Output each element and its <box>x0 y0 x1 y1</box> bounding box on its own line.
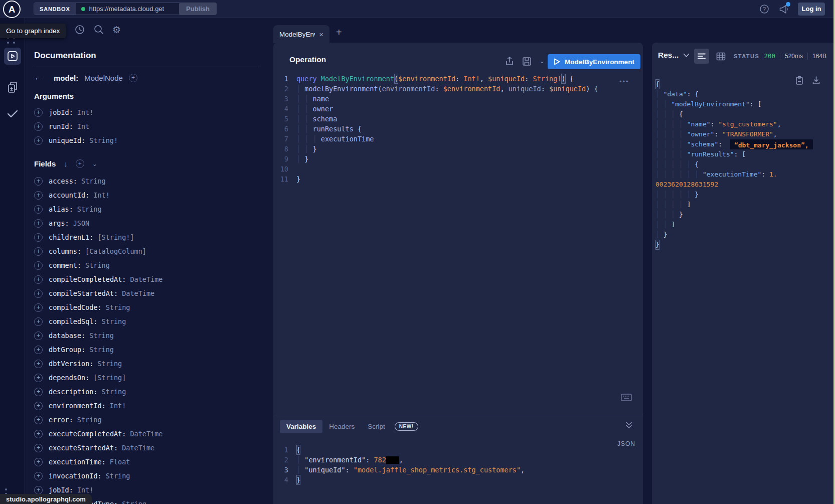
field-type[interactable]: Int! <box>93 191 110 199</box>
login-button[interactable]: Log in <box>798 3 825 16</box>
add-field-button[interactable]: + <box>34 219 43 228</box>
history-button[interactable] <box>74 24 85 35</box>
close-tab-icon[interactable]: × <box>319 30 323 39</box>
tab-variables[interactable]: Variables <box>280 420 322 433</box>
tab-script[interactable]: Script <box>361 420 392 433</box>
sidebar-item-checklist[interactable] <box>4 105 21 122</box>
field-type[interactable]: DateTime <box>130 275 162 283</box>
response-dropdown-button[interactable] <box>683 53 690 58</box>
help-button[interactable]: ? <box>759 4 769 14</box>
add-field-button[interactable]: + <box>34 289 43 298</box>
field-type[interactable]: String <box>89 346 114 354</box>
breadcrumb-type-link[interactable]: ModelNode <box>84 74 123 82</box>
add-argument-button[interactable]: + <box>34 136 43 145</box>
run-button-label: ModelByEnvironment <box>565 58 634 66</box>
operation-editor[interactable]: 1query ModelByEnvironment($environmentId… <box>273 74 643 184</box>
add-field-button[interactable]: + <box>34 233 43 242</box>
field-row: + invocationId: String <box>34 469 273 483</box>
argument-type[interactable]: Int! <box>77 108 94 116</box>
field-name: childrenL1: <box>49 233 93 241</box>
add-field-button[interactable]: + <box>34 472 43 480</box>
field-row: + description: String <box>34 385 273 399</box>
docs-toolbar: ⚙ « <box>25 18 835 43</box>
argument-type[interactable]: Int <box>77 122 89 130</box>
apollo-logo[interactable]: A <box>3 1 21 18</box>
add-argument-button[interactable]: + <box>34 122 43 131</box>
field-row: + args: JSON <box>34 216 273 230</box>
add-field-button[interactable]: + <box>34 416 43 424</box>
back-button[interactable]: ← <box>34 73 43 83</box>
chevron-down-icon[interactable]: ⌄ <box>92 160 97 167</box>
field-type[interactable]: DateTime <box>130 430 162 438</box>
add-field-button[interactable]: + <box>34 317 43 326</box>
operation-tab[interactable]: ModelByEnvi... × <box>273 25 329 43</box>
add-field-button[interactable]: + <box>34 205 43 214</box>
field-name: dependsOn: <box>49 374 89 382</box>
field-type[interactable]: [String!] <box>97 233 134 241</box>
field-type[interactable]: String <box>106 303 130 311</box>
response-body[interactable]: {│ "data": {│ │ "modelByEnvironment": [│… <box>655 79 833 250</box>
keyboard-shortcuts-button[interactable] <box>621 394 632 401</box>
add-field-button[interactable]: + <box>34 486 43 494</box>
add-field-button[interactable]: + <box>34 430 43 438</box>
field-type[interactable]: DateTime <box>122 444 154 452</box>
variables-editor[interactable]: 1{2│ "environmentId": 782,3│ "uniqueId":… <box>273 445 643 485</box>
add-field-button[interactable]: + <box>34 374 43 382</box>
add-argument-button[interactable]: + <box>34 108 43 117</box>
field-name: compiledSql: <box>49 317 98 325</box>
announcements-button[interactable] <box>778 4 789 14</box>
add-field-button[interactable]: + <box>34 402 43 410</box>
field-type[interactable]: String <box>85 261 110 269</box>
save-button[interactable] <box>522 57 532 66</box>
field-type[interactable]: String <box>81 177 106 185</box>
publish-button[interactable]: Publish <box>179 3 217 15</box>
more-options-button[interactable]: ••• <box>619 78 629 85</box>
save-menu-chevron[interactable]: ⌄ <box>540 58 545 65</box>
field-type[interactable]: [CatalogColumn] <box>85 247 146 255</box>
argument-type[interactable]: String! <box>89 136 118 144</box>
sidebar-item-schema[interactable] <box>4 79 21 96</box>
field-type[interactable]: String <box>102 317 126 325</box>
sort-fields-icon[interactable]: ↓ <box>64 159 68 168</box>
add-field-button[interactable]: + <box>34 247 43 256</box>
add-field-button[interactable]: + <box>34 444 43 452</box>
add-all-fields-button[interactable]: + <box>76 159 84 168</box>
field-type[interactable]: DateTime <box>122 289 154 297</box>
field-type[interactable]: String <box>122 500 146 504</box>
add-field-button[interactable]: + <box>34 191 43 200</box>
field-type[interactable]: [String] <box>93 374 126 382</box>
add-field-button[interactable]: + <box>34 303 43 312</box>
field-type[interactable]: String <box>77 416 102 424</box>
field-type[interactable]: String <box>102 388 126 396</box>
field-type[interactable]: String <box>89 331 114 340</box>
sidebar-item-explorer[interactable] <box>4 48 21 65</box>
tab-headers[interactable]: Headers <box>322 420 361 433</box>
view-json-button[interactable] <box>694 49 709 64</box>
field-type[interactable]: JSON <box>73 219 90 227</box>
add-field-button[interactable]: + <box>34 388 43 396</box>
run-operation-button[interactable]: ModelByEnvironment <box>548 54 640 69</box>
field-type[interactable]: Int! <box>77 486 94 494</box>
add-field-button[interactable]: + <box>34 458 43 466</box>
endpoint-url-input[interactable]: https://metadata.cloud.get <box>76 3 183 15</box>
field-row: + executionTime: Float <box>34 455 273 469</box>
search-button[interactable] <box>93 24 104 35</box>
view-table-button[interactable] <box>713 49 728 64</box>
add-field-button[interactable]: + <box>34 346 43 354</box>
add-field-button[interactable]: + <box>34 261 43 270</box>
collapse-variables-button[interactable] <box>624 421 633 429</box>
argument-row: + jobId: Int! <box>34 105 273 119</box>
add-field-button[interactable]: + <box>129 74 137 82</box>
field-type[interactable]: String <box>106 472 130 480</box>
add-field-button[interactable]: + <box>34 360 43 368</box>
field-type[interactable]: String <box>77 205 102 213</box>
field-type[interactable]: Float <box>110 458 130 466</box>
add-field-button[interactable]: + <box>34 177 43 186</box>
field-type[interactable]: Int! <box>110 402 126 410</box>
explorer-settings-button[interactable]: ⚙ <box>112 24 121 36</box>
add-field-button[interactable]: + <box>34 275 43 284</box>
add-field-button[interactable]: + <box>34 331 43 340</box>
share-button[interactable] <box>505 56 514 66</box>
field-type[interactable]: String <box>97 360 122 368</box>
new-tab-button[interactable]: + <box>336 27 342 38</box>
